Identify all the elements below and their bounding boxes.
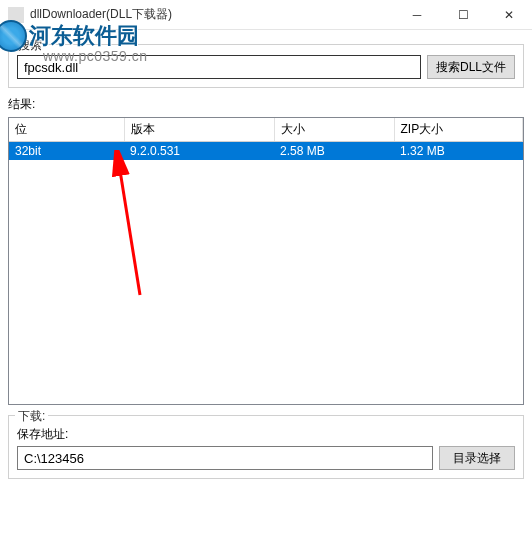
column-bit[interactable]: 位 <box>9 118 124 142</box>
cell-bit: 32bit <box>9 142 124 161</box>
minimize-button[interactable]: ─ <box>394 0 440 30</box>
results-table[interactable]: 位 版本 大小 ZIP大小 32bit 9.2.0.531 2.58 MB 1.… <box>8 117 524 405</box>
path-input[interactable] <box>17 446 433 470</box>
download-legend: 下载: <box>15 408 48 425</box>
cell-zipsize: 1.32 MB <box>394 142 523 161</box>
column-zipsize[interactable]: ZIP大小 <box>394 118 523 142</box>
search-input[interactable] <box>17 55 421 79</box>
search-legend: 搜索 <box>15 37 45 54</box>
search-button[interactable]: 搜索DLL文件 <box>427 55 515 79</box>
results-label: 结果: <box>8 96 524 113</box>
app-icon <box>8 7 24 23</box>
maximize-button[interactable]: ☐ <box>440 0 486 30</box>
download-group: 下载: 保存地址: 目录选择 <box>8 415 524 479</box>
cell-size: 2.58 MB <box>274 142 394 161</box>
column-size[interactable]: 大小 <box>274 118 394 142</box>
close-button[interactable]: ✕ <box>486 0 532 30</box>
table-row[interactable]: 32bit 9.2.0.531 2.58 MB 1.32 MB <box>9 142 523 161</box>
folder-select-button[interactable]: 目录选择 <box>439 446 515 470</box>
column-version[interactable]: 版本 <box>124 118 274 142</box>
window-title: dllDownloader(DLL下载器) <box>30 6 394 23</box>
path-label: 保存地址: <box>17 426 515 443</box>
cell-version: 9.2.0.531 <box>124 142 274 161</box>
search-group: 搜索 搜索DLL文件 <box>8 44 524 88</box>
